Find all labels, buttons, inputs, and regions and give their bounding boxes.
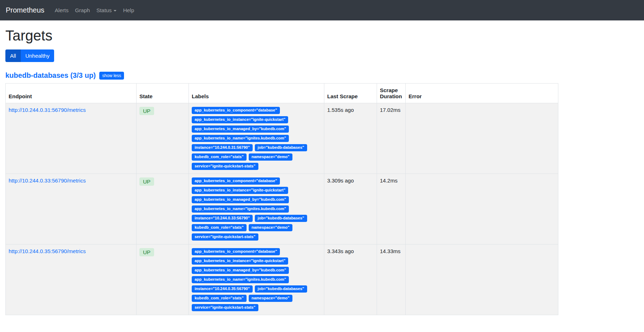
nav-links: Alerts Graph Status Help [52, 4, 137, 16]
label-badge: kubedb_com_role="stats" [192, 224, 247, 231]
col-header-endpoint: Endpoint [6, 84, 137, 103]
label-badge: instance="10.244.0.33:56790" [192, 215, 253, 222]
scrape-duration-value: 14.2ms [377, 174, 406, 245]
col-header-state: State [137, 84, 189, 103]
error-value [406, 174, 558, 245]
label-badge: app_kubernetes_io_name="ignites.kubedb.c… [192, 276, 289, 283]
nav-item-alerts[interactable]: Alerts [52, 4, 72, 16]
label-badge: kubedb_com_role="stats" [192, 295, 247, 302]
chevron-down-icon [114, 10, 116, 11]
label-badge: job="kubedb-databases" [255, 215, 307, 222]
label-badge: job="kubedb-databases" [255, 285, 307, 293]
label-badge: app_kubernetes_io_instance="ignite-quick… [192, 116, 288, 123]
last-scrape-value: 3.309s ago [324, 174, 377, 245]
table-header-row: Endpoint State Labels Last Scrape Scrape… [6, 84, 558, 103]
nav-item-status[interactable]: Status [93, 4, 120, 16]
label-badge: service="ignite-quickstart-stats" [192, 163, 258, 170]
nav-item-label: Status [96, 7, 112, 13]
state-badge: UP [139, 177, 154, 186]
labels-list: app_kubernetes_io_component="database"ap… [192, 248, 321, 311]
nav-item-label: Help [123, 7, 134, 13]
col-header-labels: Labels [189, 84, 324, 103]
job-group-header: kubedb-databases (3/3 up) show less [5, 71, 558, 80]
label-badge: namespace="demo" [249, 295, 292, 302]
label-badge: namespace="demo" [249, 153, 292, 161]
brand-link[interactable]: Prometheus [6, 6, 44, 14]
nav-item-label: Graph [75, 7, 90, 13]
error-value [406, 103, 558, 174]
last-scrape-value: 1.535s ago [324, 103, 377, 174]
state-badge: UP [139, 248, 154, 256]
main-content: Targets All Unhealthy kubedb-databases (… [0, 28, 564, 315]
state-badge: UP [139, 107, 154, 115]
labels-list: app_kubernetes_io_component="database"ap… [192, 177, 321, 241]
nav-item-help[interactable]: Help [120, 4, 137, 16]
label-badge: app_kubernetes_io_instance="ignite-quick… [192, 187, 288, 194]
error-value [406, 245, 558, 315]
nav-item-label: Alerts [55, 7, 68, 13]
col-header-error: Error [406, 84, 558, 103]
label-badge: app_kubernetes_io_component="database" [192, 107, 280, 114]
label-badge: app_kubernetes_io_managed_by="kubedb.com… [192, 267, 289, 274]
table-row: http://10.244.0.33:56790/metrics UP app_… [6, 174, 558, 245]
label-badge: kubedb_com_role="stats" [192, 153, 247, 161]
targets-table: Endpoint State Labels Last Scrape Scrape… [5, 83, 558, 315]
endpoint-link[interactable]: http://10.244.0.31:56790/metrics [9, 107, 86, 113]
label-badge: app_kubernetes_io_managed_by="kubedb.com… [192, 125, 289, 133]
endpoint-link[interactable]: http://10.244.0.33:56790/metrics [9, 177, 86, 184]
navbar: Prometheus Alerts Graph Status Help [0, 0, 644, 20]
label-badge: app_kubernetes_io_managed_by="kubedb.com… [192, 196, 289, 203]
col-header-last-scrape: Last Scrape [324, 84, 377, 103]
nav-item-graph[interactable]: Graph [72, 4, 93, 16]
label-badge: app_kubernetes_io_name="ignites.kubedb.c… [192, 205, 289, 213]
table-row: http://10.244.0.35:56790/metrics UP app_… [6, 245, 558, 315]
filter-unhealthy-button[interactable]: Unhealthy [21, 49, 54, 62]
label-badge: namespace="demo" [249, 224, 292, 231]
last-scrape-value: 3.343s ago [324, 245, 377, 315]
label-badge: instance="10.244.0.31:56790" [192, 144, 253, 151]
labels-list: app_kubernetes_io_component="database"ap… [192, 107, 321, 170]
show-less-button[interactable]: show less [99, 72, 124, 80]
label-badge: service="ignite-quickstart-stats" [192, 304, 258, 311]
label-badge: job="kubedb-databases" [255, 144, 307, 151]
label-badge: instance="10.244.0.35:56790" [192, 285, 253, 293]
label-badge: app_kubernetes_io_component="database" [192, 248, 280, 255]
col-header-scrape-duration: Scrape Duration [377, 84, 406, 103]
scrape-duration-value: 17.02ms [377, 103, 406, 174]
endpoint-link[interactable]: http://10.244.0.35:56790/metrics [9, 248, 86, 254]
target-filter-group: All Unhealthy [5, 49, 54, 62]
label-badge: app_kubernetes_io_component="database" [192, 177, 280, 185]
filter-all-button[interactable]: All [5, 49, 21, 62]
job-group-title[interactable]: kubedb-databases (3/3 up) [5, 71, 96, 80]
page-title: Targets [5, 28, 558, 44]
scrape-duration-value: 14.33ms [377, 245, 406, 315]
label-badge: service="ignite-quickstart-stats" [192, 233, 258, 241]
label-badge: app_kubernetes_io_instance="ignite-quick… [192, 257, 288, 265]
table-row: http://10.244.0.31:56790/metrics UP app_… [6, 103, 558, 174]
label-badge: app_kubernetes_io_name="ignites.kubedb.c… [192, 135, 289, 142]
